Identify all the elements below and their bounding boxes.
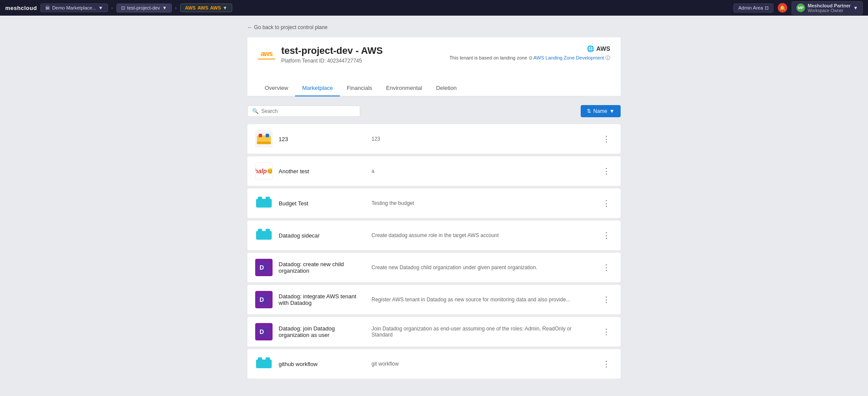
item-icon-lego	[255, 130, 273, 148]
sort-dropdown-icon: ▼	[609, 108, 615, 114]
user-dropdown-icon: ▼	[853, 5, 858, 10]
user-label: Meshcloud Partner	[808, 3, 851, 8]
lego-svg	[256, 131, 272, 147]
nav-arrow-2: ›	[175, 6, 177, 10]
user-info: Meshcloud Partner Workspace Owner	[808, 3, 851, 13]
header-left: aws test-project-dev - AWS Platform Tena…	[258, 45, 383, 64]
sort-button[interactable]: ⇅ Name ▼	[581, 105, 621, 117]
halp-text-icon: halp	[255, 168, 267, 175]
item-more-button[interactable]: ⋮	[600, 229, 613, 242]
brand-logo: meshcloud	[5, 5, 37, 11]
aws-badge[interactable]: AWS AWS AWS ▼	[180, 3, 232, 12]
item-description: 123	[372, 136, 594, 142]
nav-tab-demo-marketplace[interactable]: 🏛 Demo Marketplace... ▼	[40, 3, 108, 12]
list-item[interactable]: D Datadog: join Datadog organization as …	[247, 317, 621, 346]
item-name: 123	[279, 136, 365, 142]
user-menu[interactable]: MP Meshcloud Partner Workspace Owner ▼	[792, 1, 863, 15]
list-item[interactable]: github workflow git workflow ⋮	[247, 349, 621, 379]
item-more-button[interactable]: ⋮	[600, 165, 613, 178]
item-description: Create new Datadog child organization un…	[372, 264, 594, 271]
page-title: test-project-dev - AWS	[281, 45, 383, 56]
notification-button[interactable]: 🔔	[778, 3, 787, 13]
aws-logo-text: aws	[260, 50, 272, 58]
landing-zone-help-icon: ⓘ	[605, 55, 610, 60]
item-more-button[interactable]: ⋮	[600, 357, 613, 370]
item-name: Datadog: join Datadog organization as us…	[279, 325, 365, 338]
landing-zone-link[interactable]: AWS Landing Zone Development	[533, 55, 604, 60]
cloud-provider: 🌐 AWS	[587, 45, 610, 52]
teal-block-icon	[256, 231, 272, 240]
list-item[interactable]: Datadog sidecar Create datadog assume ro…	[247, 221, 621, 250]
tabs-bar: Overview Marketplace Financials Environm…	[247, 80, 621, 96]
datadog-icon-3: D	[258, 326, 270, 338]
search-input[interactable]	[261, 108, 355, 114]
item-icon-teal2	[255, 227, 273, 244]
item-icon-datadog2: D	[255, 291, 273, 308]
teal-block-icon	[256, 199, 272, 208]
marketplace-list: 123 123 ⋮ halp 😊 Another test a ⋮ Budget	[247, 124, 621, 379]
aws-text2: AWS	[197, 5, 208, 10]
list-item[interactable]: D Datadog: create new child organization…	[247, 253, 621, 282]
tab-overview[interactable]: Overview	[258, 80, 295, 96]
list-item[interactable]: halp 😊 Another test a ⋮	[247, 156, 621, 186]
svg-rect-2	[266, 134, 269, 137]
nav-tab-demo-label: Demo Marketplace...	[52, 5, 96, 10]
item-icon-datadog3: D	[255, 323, 273, 340]
item-more-button[interactable]: ⋮	[600, 197, 613, 210]
bell-icon: 🔔	[779, 5, 786, 11]
item-description: a	[372, 168, 594, 174]
sort-button-label: Name	[593, 108, 607, 114]
item-description: Join Datadog organization as end-user as…	[372, 326, 594, 338]
tab-financials[interactable]: Financials	[340, 80, 379, 96]
aws-logo: aws	[258, 50, 275, 59]
item-name: Datadog: integrate AWS tenant with Datad…	[279, 293, 365, 306]
back-link-text: ← Go back to project control plane	[247, 24, 328, 30]
datadog-icon-2: D	[258, 294, 270, 306]
datadog-icon: D	[258, 261, 270, 274]
item-icon-halp: halp 😊	[255, 162, 273, 180]
item-description: git workflow	[372, 361, 594, 367]
nav-tab-project[interactable]: ⊡ test-project-dev ▼	[116, 3, 172, 13]
item-more-button[interactable]: ⋮	[600, 293, 613, 306]
teal-block-icon	[256, 360, 272, 368]
dropdown-icon: ▼	[99, 5, 103, 10]
back-link[interactable]: ← Go back to project control plane	[247, 24, 621, 30]
sort-icon: ⇅	[587, 108, 591, 114]
item-description: Create datadog assume role in the target…	[372, 232, 594, 238]
admin-area-button[interactable]: Admin Area ⊡	[733, 3, 773, 13]
avatar: MP	[796, 3, 805, 12]
info-icon: ⊙	[529, 55, 533, 60]
item-name: Datadog sidecar	[279, 232, 365, 239]
tab-marketplace[interactable]: Marketplace	[295, 80, 340, 96]
svg-text:D: D	[260, 264, 264, 271]
item-description: Testing the budget	[372, 200, 594, 206]
tab-deletion[interactable]: Deletion	[429, 80, 464, 96]
building-icon: 🏛	[45, 5, 50, 10]
item-icon-datadog: D	[255, 259, 273, 276]
list-item[interactable]: D Datadog: integrate AWS tenant with Dat…	[247, 285, 621, 314]
top-nav: meshcloud 🏛 Demo Marketplace... ▼ › ⊡ te…	[0, 0, 868, 16]
halp-smile-icon: 😊	[267, 168, 273, 174]
platform-tenant-id: Platform Tenant ID: 402344727745	[281, 58, 383, 64]
main-content: ← Go back to project control plane aws t…	[239, 16, 629, 387]
landing-zone-label: This tenant is based on landing zone	[449, 55, 527, 60]
header-right: 🌐 AWS This tenant is based on landing zo…	[449, 45, 610, 61]
list-item[interactable]: 123 123 ⋮	[247, 124, 621, 154]
aws-logo-line	[258, 59, 275, 59]
item-more-button[interactable]: ⋮	[600, 325, 613, 338]
list-item[interactable]: Budget Test Testing the budget ⋮	[247, 188, 621, 218]
item-description: Register AWS tenant in Datadog as new so…	[372, 297, 594, 303]
dropdown-icon-3: ▼	[223, 5, 227, 10]
admin-area-icon: ⊡	[765, 5, 769, 11]
aws-text: AWS	[185, 5, 196, 10]
item-name: Datadog: create new child organization	[279, 261, 365, 274]
tab-environmental[interactable]: Environmental	[379, 80, 429, 96]
item-name: github workflow	[279, 361, 365, 367]
svg-text:D: D	[260, 296, 264, 303]
search-box[interactable]: 🔍	[247, 106, 360, 117]
item-more-button[interactable]: ⋮	[600, 132, 613, 145]
item-icon-teal	[255, 195, 273, 212]
nav-tab-project-label: test-project-dev	[127, 5, 160, 10]
item-more-button[interactable]: ⋮	[600, 261, 613, 274]
aws-text3: AWS	[210, 5, 221, 10]
